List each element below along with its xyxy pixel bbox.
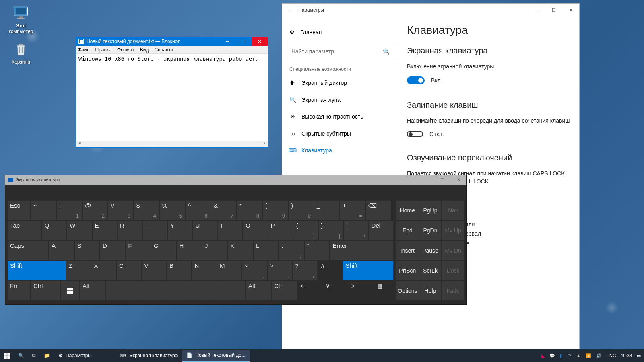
osk-key[interactable]: ⌫	[366, 201, 391, 220]
osk-toggle[interactable]	[407, 76, 425, 84]
osk-side-key[interactable]: PgDn	[419, 221, 442, 240]
nav-contrast[interactable]: ☀Высокая контрастность	[287, 108, 394, 125]
taskbar-app-osk[interactable]: ⌨Экранная клавиатура	[116, 350, 182, 362]
settings-titlebar[interactable]: ← Параметры ─ ☐ ✕	[282, 4, 579, 16]
desktop-icon-this-pc[interactable]: Этот компьютер	[5, 4, 37, 34]
osk-key[interactable]: !1	[57, 201, 82, 220]
osk-titlebar[interactable]: Экранная клавиатура ─ ☐ ✕	[5, 175, 466, 185]
osk-side-key[interactable]: ScrLk	[419, 261, 442, 280]
osk-key[interactable]: Z	[66, 261, 91, 280]
osk-side-key[interactable]: Insert	[396, 241, 419, 260]
osk-key[interactable]: Ctrl	[272, 281, 297, 300]
nav-magnifier[interactable]: 🔍Экранная лупа	[287, 91, 394, 108]
osk-side-key[interactable]: Options	[396, 281, 419, 300]
osk-key[interactable]: Caps	[8, 241, 48, 260]
osk-key[interactable]: _-	[314, 201, 339, 220]
osk-key[interactable]: F	[126, 241, 151, 260]
osk-key[interactable]: P	[268, 221, 293, 240]
tray-wifi-icon[interactable]: 📶	[586, 353, 591, 358]
osk-key[interactable]: T	[143, 221, 167, 240]
osk-side-key[interactable]: Pause	[419, 241, 442, 260]
osk-key[interactable]: $4	[134, 201, 159, 220]
osk-key[interactable]: >	[349, 281, 374, 300]
sticky-toggle[interactable]	[407, 131, 423, 137]
back-button[interactable]: ←	[282, 6, 298, 14]
osk-key[interactable]: Esc	[8, 201, 30, 220]
notepad-textarea[interactable]: Windows 10 x86 no Store - экранная клави…	[76, 54, 268, 141]
scrollbar-horizontal[interactable]: ◂▸	[76, 141, 268, 147]
osk-key[interactable]: Ctrl	[31, 281, 60, 300]
osk-key[interactable]: I	[218, 221, 242, 240]
maximize-button[interactable]: ☐	[434, 177, 450, 183]
tray-notifications-icon[interactable]: ▭	[637, 353, 641, 358]
osk-key[interactable]: ∨	[323, 281, 348, 300]
osk-side-key[interactable]: Nav	[442, 201, 464, 220]
settings-search[interactable]: Найти параметр 🔍	[287, 45, 394, 58]
osk-key[interactable]: *8	[237, 201, 262, 220]
osk-key[interactable]: Tab	[8, 221, 41, 240]
osk-key[interactable]: +=	[340, 201, 365, 220]
osk-side-key[interactable]: Mv Up	[442, 221, 464, 240]
maximize-button[interactable]: ☐	[235, 37, 252, 46]
osk-key[interactable]: Q	[42, 221, 66, 240]
osk-key[interactable]: G	[151, 241, 176, 260]
menu-help[interactable]: Справка	[154, 47, 173, 53]
tray-clock[interactable]: 19:33	[621, 353, 632, 358]
osk-side-key[interactable]: Home	[396, 201, 419, 220]
taskview-button[interactable]: ⧉	[28, 349, 40, 362]
osk-key[interactable]: Alt	[80, 281, 105, 300]
osk-key[interactable]: D	[100, 241, 125, 260]
osk-key[interactable]: Alt	[246, 281, 271, 300]
nav-home[interactable]: ⚙ Главная	[287, 24, 394, 41]
osk-key[interactable]: Enter	[330, 241, 393, 260]
osk-key[interactable]	[61, 281, 79, 300]
osk-key[interactable]: "'	[305, 241, 329, 260]
osk-key[interactable]: @2	[83, 201, 107, 220]
menu-view[interactable]: Вид	[140, 47, 149, 53]
search-button[interactable]: 🔍	[14, 349, 28, 362]
osk-key[interactable]: ~`	[31, 201, 56, 220]
menu-edit[interactable]: Правка	[95, 47, 112, 53]
osk-key[interactable]: :;	[279, 241, 303, 260]
osk-key[interactable]: K	[228, 241, 252, 260]
notepad-titlebar[interactable]: Новый текстовый документ.txt — Блокнот ─…	[76, 37, 268, 46]
osk-key[interactable]: J	[202, 241, 227, 260]
tray-volume-icon[interactable]: 🔊	[596, 353, 602, 358]
osk-key[interactable]: <	[297, 281, 322, 300]
menu-format[interactable]: Формат	[117, 47, 134, 53]
osk-key[interactable]: Shift	[8, 261, 66, 280]
osk-key[interactable]	[106, 281, 245, 300]
taskbar-app-settings[interactable]: ⚙Параметры	[54, 350, 115, 362]
osk-key[interactable]: C	[117, 261, 141, 280]
osk-key[interactable]: N	[192, 261, 217, 280]
minimize-button[interactable]: ─	[528, 4, 545, 16]
osk-key[interactable]: <,	[242, 261, 267, 280]
osk-key[interactable]: H	[177, 241, 202, 260]
minimize-button[interactable]: ─	[219, 37, 235, 46]
osk-key[interactable]: )0	[289, 201, 314, 220]
minimize-button[interactable]: ─	[418, 177, 434, 183]
maximize-button[interactable]: ☐	[545, 4, 562, 16]
menu-file[interactable]: Файл	[78, 47, 90, 53]
osk-key[interactable]: &7	[211, 201, 236, 220]
close-button[interactable]: ✕	[450, 177, 466, 183]
osk-key[interactable]: Fn	[8, 281, 30, 300]
nav-keyboard[interactable]: ⌨Клавиатура	[287, 142, 394, 159]
osk-side-key[interactable]: Mv Dn	[442, 241, 464, 260]
taskbar-app-notepad[interactable]: 📄Новый текстовый до...	[182, 350, 250, 362]
osk-side-key[interactable]: Dock	[442, 261, 464, 280]
osk-key[interactable]: {[	[293, 221, 318, 240]
osk-key[interactable]: ▦	[375, 281, 393, 300]
start-button[interactable]	[0, 349, 14, 362]
nav-cc[interactable]: ㏄Скрытые субтитры	[287, 125, 394, 142]
tray-lang[interactable]: ENG	[607, 353, 616, 358]
tray-action-icon[interactable]: 💬	[549, 353, 555, 358]
osk-key[interactable]: B	[167, 261, 192, 280]
osk-key[interactable]: ∧	[318, 261, 343, 280]
osk-key[interactable]: %5	[160, 201, 185, 220]
osk-side-key[interactable]: PrtScn	[396, 261, 419, 280]
osk-key[interactable]: R	[118, 221, 142, 240]
osk-key[interactable]: #3	[108, 201, 133, 220]
osk-key[interactable]: Shift	[343, 261, 393, 280]
osk-key[interactable]: X	[91, 261, 116, 280]
